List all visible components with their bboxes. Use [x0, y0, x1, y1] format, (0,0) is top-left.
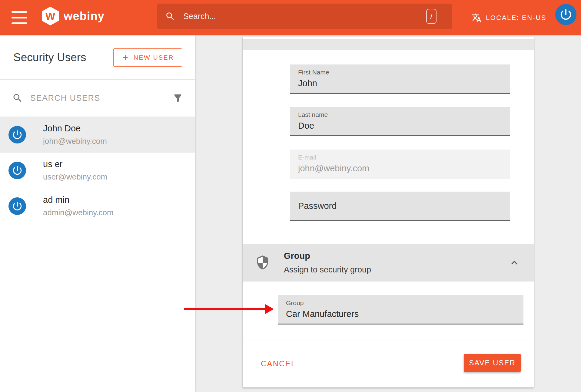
cancel-button[interactable]: CANCEL — [261, 359, 296, 368]
user-form-panel: First Name John Last name Doe E-mail joh… — [243, 37, 534, 387]
user-avatar — [8, 197, 26, 215]
user-name: John Doe — [43, 124, 107, 133]
user-avatar[interactable] — [555, 4, 576, 25]
search-icon — [12, 93, 23, 104]
password-label: Password — [298, 201, 337, 211]
users-search-input[interactable] — [30, 94, 172, 103]
group-section-subtitle: Assign to security group — [284, 265, 371, 275]
user-avatar — [8, 126, 26, 143]
plus-icon — [121, 54, 129, 61]
webiny-logo[interactable]: W webiny — [42, 7, 105, 25]
last-name-field[interactable]: Last name Doe — [290, 107, 510, 136]
translate-icon — [471, 13, 482, 23]
group-section-title: Group — [284, 251, 371, 261]
keyboard-shortcut-badge: / — [426, 9, 437, 24]
email-label: E-mail — [298, 154, 502, 161]
save-user-button[interactable]: SAVE USER — [464, 354, 521, 372]
global-search-input[interactable] — [183, 12, 426, 21]
group-field-value: Car Manufacturers — [286, 309, 516, 319]
last-name-value: Doe — [298, 121, 502, 131]
users-list-panel: Security Users NEW USER John Doe john@we… — [0, 35, 195, 392]
password-field[interactable]: Password — [290, 192, 510, 221]
app-root: W webiny / LOCALE: EN-US Security Users … — [0, 0, 581, 392]
global-search[interactable]: / — [157, 4, 452, 29]
user-avatar — [8, 162, 26, 179]
user-list-item[interactable]: John Doe john@webiny.com — [0, 117, 195, 153]
user-list-item[interactable]: us er user@webiny.com — [0, 153, 195, 188]
user-email: john@webiny.com — [43, 137, 107, 146]
power-glyph-icon — [12, 129, 23, 140]
collapsed-section-strip — [243, 39, 534, 50]
locale-label: LOCALE: EN-US — [486, 14, 546, 22]
new-user-button-label: NEW USER — [134, 54, 174, 61]
users-list-header: Security Users NEW USER — [0, 35, 195, 80]
new-user-button[interactable]: NEW USER — [113, 48, 182, 67]
annotation-arrow-head — [265, 304, 274, 314]
group-section-header[interactable]: Group Assign to security group — [243, 244, 534, 282]
first-name-value: John — [298, 78, 502, 88]
user-list-item[interactable]: ad min admin@webiny.com — [0, 188, 195, 224]
first-name-label: First Name — [298, 69, 502, 76]
hamburger-menu-icon[interactable] — [12, 11, 27, 24]
user-name: ad min — [43, 195, 114, 205]
power-glyph-icon — [12, 165, 23, 176]
power-glyph-icon — [12, 200, 23, 212]
group-field-label: Group — [286, 299, 516, 307]
power-glyph-icon — [559, 8, 573, 21]
page-title: Security Users — [13, 51, 86, 64]
user-email: admin@webiny.com — [43, 208, 114, 217]
filter-icon[interactable] — [172, 93, 183, 104]
locale-selector[interactable]: LOCALE: EN-US — [471, 0, 546, 35]
first-name-field[interactable]: First Name John — [290, 64, 510, 94]
user-email: user@webiny.com — [43, 172, 107, 182]
chevron-up-icon[interactable] — [508, 257, 520, 269]
group-select-field[interactable]: Group Car Manufacturers — [278, 295, 523, 324]
search-icon — [165, 11, 175, 21]
email-field: E-mail john@webiny.com — [290, 150, 510, 179]
top-app-bar: W webiny / LOCALE: EN-US — [0, 0, 581, 35]
user-name: us er — [43, 159, 107, 169]
shield-icon — [256, 255, 269, 271]
form-footer: CANCEL SAVE USER — [243, 340, 534, 387]
email-value: john@webiny.com — [298, 163, 502, 173]
webiny-hexagon-icon: W — [42, 7, 59, 25]
last-name-label: Last name — [298, 111, 502, 118]
logo-text: webiny — [64, 10, 105, 23]
annotation-arrow-line — [184, 308, 265, 310]
users-search-row — [0, 80, 195, 117]
